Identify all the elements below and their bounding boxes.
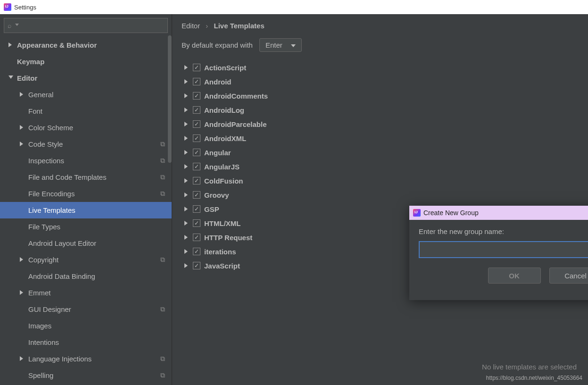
template-group-angularjs[interactable]: AngularJS	[182, 159, 579, 174]
sidebar-item-android-data-binding[interactable]: Android Data Binding	[0, 268, 172, 285]
scope-icon: ⧉	[160, 140, 165, 148]
breadcrumb-sep: ›	[206, 22, 208, 30]
chevron-right-icon	[20, 125, 25, 131]
chevron-right-icon	[184, 93, 189, 98]
window-title: Settings	[14, 4, 36, 11]
chevron-down-icon[interactable]	[15, 24, 19, 26]
template-group-actionscript[interactable]: ActionScript	[182, 60, 579, 75]
sidebar-item-label: Spelling	[28, 371, 53, 379]
template-group-label: HTTP Request	[204, 234, 252, 242]
sidebar-item-label: Code Style	[28, 140, 63, 148]
scrollbar[interactable]	[168, 35, 172, 163]
sidebar-item-color-scheme[interactable]: Color Scheme	[0, 119, 172, 136]
dialog-titlebar[interactable]: Create New Group ✕	[409, 206, 588, 220]
template-group-androidxml[interactable]: AndroidXML	[182, 131, 579, 145]
expand-dropdown[interactable]: Enter	[259, 38, 302, 52]
checkbox[interactable]	[193, 205, 200, 213]
sidebar-item-intentions[interactable]: Intentions	[0, 334, 172, 351]
template-group-label: AndroidParcelable	[204, 120, 267, 128]
sidebar-item-label: Appearance & Behavior	[17, 41, 97, 49]
sidebar-item-label: Font	[28, 107, 42, 115]
template-group-androidparcelable[interactable]: AndroidParcelable	[182, 117, 579, 131]
chevron-right-icon	[20, 356, 25, 362]
sidebar-item-label: Keymap	[17, 58, 44, 66]
chevron-right-icon	[184, 150, 189, 155]
template-group-label: AngularJS	[204, 163, 240, 171]
checkbox[interactable]	[193, 106, 200, 114]
app-icon	[413, 209, 421, 217]
sidebar: ⌕ Appearance & BehaviorKeymapEditorGener…	[0, 14, 172, 385]
sidebar-item-label: Copyright	[28, 256, 58, 264]
sidebar-item-code-style[interactable]: Code Style⧉	[0, 136, 172, 152]
app-icon	[4, 3, 11, 11]
watermark: https://blog.csdn.net/weixin_45053664	[486, 375, 582, 381]
sidebar-item-label: GUI Designer	[28, 305, 71, 313]
sidebar-item-gui-designer[interactable]: GUI Designer⧉	[0, 301, 172, 318]
sidebar-item-copyright[interactable]: Copyright⧉	[0, 251, 172, 268]
checkbox[interactable]	[193, 191, 200, 199]
sidebar-item-file-types[interactable]: File Types	[0, 218, 172, 235]
template-group-label: JavaScript	[204, 262, 240, 270]
sidebar-item-label: Inspections	[28, 157, 64, 165]
template-group-label: GSP	[204, 205, 219, 213]
search-wrap: ⌕	[4, 18, 168, 33]
breadcrumb: Editor › Live Templates	[182, 22, 579, 30]
checkbox[interactable]	[193, 262, 200, 269]
sidebar-item-language-injections[interactable]: Language Injections⧉	[0, 351, 172, 367]
chevron-right-icon	[184, 122, 189, 126]
sidebar-item-keymap[interactable]: Keymap	[0, 53, 172, 70]
template-group-label: AndroidComments	[204, 92, 268, 100]
checkbox[interactable]	[193, 78, 200, 85]
checkbox[interactable]	[193, 163, 200, 170]
sidebar-item-inspections[interactable]: Inspections⧉	[0, 152, 172, 169]
template-group-label: HTML/XML	[204, 219, 240, 227]
main-panel: Editor › Live Templates By default expan…	[172, 14, 588, 385]
checkbox[interactable]	[193, 64, 200, 71]
chevron-right-icon	[184, 108, 189, 112]
sidebar-item-editor[interactable]: Editor	[0, 70, 172, 86]
template-group-coldfusion[interactable]: ColdFusion	[182, 174, 579, 188]
template-group-androidcomments[interactable]: AndroidComments	[182, 89, 579, 103]
checkbox[interactable]	[193, 92, 200, 100]
sidebar-item-label: Live Templates	[28, 206, 75, 214]
breadcrumb-seg[interactable]: Editor	[182, 22, 200, 30]
sidebar-item-label: File and Code Templates	[28, 173, 107, 181]
chevron-right-icon	[184, 178, 189, 183]
checkbox[interactable]	[193, 234, 200, 241]
template-group-angular[interactable]: Angular	[182, 145, 579, 159]
template-group-groovy[interactable]: Groovy	[182, 188, 579, 202]
breadcrumb-seg-current: Live Templates	[214, 22, 265, 30]
sidebar-item-font[interactable]: Font	[0, 103, 172, 119]
checkbox[interactable]	[193, 120, 200, 128]
expand-row: By default expand with Enter	[182, 38, 579, 52]
chevron-right-icon	[20, 290, 25, 296]
sidebar-item-android-layout-editor[interactable]: Android Layout Editor	[0, 235, 172, 251]
sidebar-item-emmet[interactable]: Emmet	[0, 285, 172, 301]
checkbox[interactable]	[193, 177, 200, 184]
sidebar-item-file-and-code-templates[interactable]: File and Code Templates⧉	[0, 169, 172, 185]
chevron-right-icon	[184, 235, 189, 240]
checkbox[interactable]	[193, 219, 200, 227]
sidebar-item-file-encodings[interactable]: File Encodings⧉	[0, 185, 172, 202]
cancel-button[interactable]: Cancel	[549, 268, 588, 284]
group-name-input[interactable]	[419, 241, 588, 258]
checkbox[interactable]	[193, 134, 200, 142]
sidebar-item-spelling[interactable]: Spelling⧉	[0, 367, 172, 384]
chevron-right-icon	[184, 192, 189, 197]
ok-button[interactable]: OK	[488, 268, 541, 284]
sidebar-item-images[interactable]: Images	[0, 318, 172, 334]
sidebar-item-appearance-behavior[interactable]: Appearance & Behavior	[0, 37, 172, 53]
scope-icon: ⧉	[160, 256, 165, 264]
template-group-androidlog[interactable]: AndroidLog	[182, 103, 579, 117]
scope-icon: ⧉	[160, 157, 165, 165]
chevron-right-icon	[184, 221, 189, 226]
checkbox[interactable]	[193, 149, 200, 156]
expand-value: Enter	[265, 41, 282, 49]
sidebar-item-general[interactable]: General	[0, 86, 172, 103]
search-input[interactable]	[4, 18, 168, 33]
sidebar-item-live-templates[interactable]: Live Templates	[0, 202, 172, 218]
checkbox[interactable]	[193, 248, 200, 255]
template-group-android[interactable]: Android	[182, 75, 579, 89]
chevron-right-icon	[184, 207, 189, 211]
scope-icon: ⧉	[160, 305, 165, 313]
